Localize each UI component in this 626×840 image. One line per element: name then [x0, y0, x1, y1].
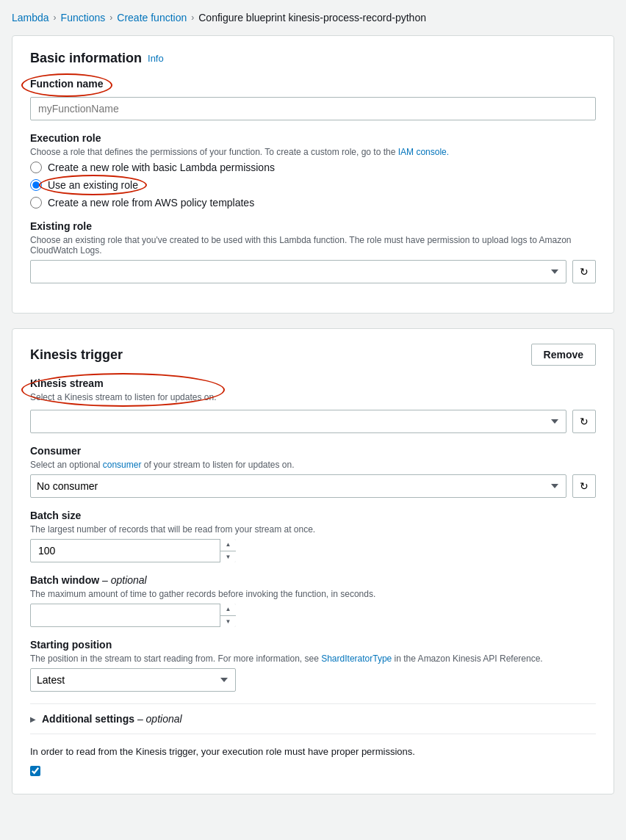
batch-size-group: Batch size The largest number of records…	[30, 510, 596, 562]
permissions-notice: In order to read from the Kinesis trigge…	[30, 746, 596, 757]
batch-window-label: Batch window – optional	[30, 574, 596, 586]
batch-window-input-wrap: ▲ ▼	[30, 604, 236, 627]
consumer-label: Consumer	[30, 445, 596, 457]
batch-window-spinners: ▲ ▼	[220, 604, 236, 627]
breadcrumb-create-function[interactable]: Create function	[117, 12, 187, 23]
permissions-checkbox-row	[30, 764, 596, 776]
batch-size-hint: The largest number of records that will …	[30, 524, 596, 535]
execution-role-hint: Choose a role that defines the permissio…	[30, 147, 596, 157]
consumer-link[interactable]: consumer	[103, 460, 142, 470]
kinesis-stream-oval-content: Kinesis stream Select a Kinesis stream t…	[30, 377, 216, 402]
consumer-refresh-icon: ↻	[580, 480, 589, 492]
function-name-input[interactable]	[30, 97, 596, 120]
consumer-refresh-button[interactable]: ↻	[572, 474, 596, 498]
breadcrumb-lambda[interactable]: Lambda	[12, 12, 49, 23]
function-name-label: Function name	[30, 78, 104, 90]
kinesis-stream-select[interactable]	[30, 410, 566, 433]
execution-role-radio-group: Create a new role with basic Lambda perm…	[30, 162, 596, 209]
starting-position-hint: The position in the stream to start read…	[30, 653, 596, 664]
kinesis-stream-hint: Select a Kinesis stream to listen for up…	[30, 392, 216, 402]
existing-role-hint: Choose an existing role that you've crea…	[30, 235, 596, 256]
starting-position-group: Starting position The position in the st…	[30, 639, 596, 692]
basic-info-title: Basic information Info	[30, 51, 596, 66]
existing-role-row: ↻	[30, 260, 596, 283]
batch-size-input[interactable]	[30, 539, 236, 562]
kinesis-trigger-header: Kinesis trigger Remove	[30, 344, 596, 366]
refresh-icon: ↻	[580, 266, 589, 278]
additional-settings-toggle-icon: ▶	[30, 715, 36, 723]
consumer-select[interactable]: No consumer	[30, 474, 566, 498]
breadcrumb: Lambda › Functions › Create function › C…	[12, 12, 614, 23]
additional-settings-header[interactable]: ▶ Additional settings – optional	[30, 703, 596, 734]
batch-window-up-button[interactable]: ▲	[220, 604, 236, 616]
existing-role-refresh-button[interactable]: ↻	[572, 260, 596, 283]
batch-window-down-button[interactable]: ▼	[220, 616, 236, 628]
shard-iterator-link[interactable]: ShardIteratorType	[321, 653, 392, 664]
breadcrumb-functions[interactable]: Functions	[61, 12, 106, 23]
kinesis-trigger-title: Kinesis trigger	[30, 347, 123, 363]
batch-window-group: Batch window – optional The maximum amou…	[30, 574, 596, 627]
use-existing-role-oval: Use an existing role	[48, 179, 138, 191]
execution-role-group: Execution role Choose a role that define…	[30, 132, 596, 209]
breadcrumb-current: Configure blueprint kinesis-process-reco…	[198, 12, 426, 23]
batch-size-down-button[interactable]: ▼	[220, 551, 236, 563]
additional-settings-title: Additional settings – optional	[42, 713, 182, 725]
radio-new-basic[interactable]: Create a new role with basic Lambda perm…	[30, 162, 596, 173]
batch-size-input-wrap: ▲ ▼	[30, 539, 236, 562]
kinesis-stream-row: ↻	[30, 410, 596, 433]
batch-size-up-button[interactable]: ▲	[220, 539, 236, 551]
kinesis-trigger-card: Kinesis trigger Remove Kinesis stream Se…	[12, 328, 614, 794]
breadcrumb-sep-2: ›	[109, 12, 112, 23]
radio-existing[interactable]: Use an existing role	[30, 179, 596, 191]
radio-existing-input[interactable]	[30, 179, 42, 191]
kinesis-stream-refresh-icon: ↻	[580, 416, 589, 427]
batch-window-input[interactable]	[30, 604, 236, 627]
batch-size-spinners: ▲ ▼	[220, 539, 236, 562]
consumer-group: Consumer Select an optional consumer of …	[30, 445, 596, 498]
breadcrumb-sep-1: ›	[54, 12, 57, 23]
starting-position-label: Starting position	[30, 639, 596, 651]
basic-information-card: Basic information Info Function name Exe…	[12, 35, 614, 314]
kinesis-stream-label: Kinesis stream	[30, 377, 216, 389]
existing-role-select[interactable]	[30, 260, 566, 283]
radio-new-basic-input[interactable]	[30, 162, 42, 173]
batch-size-label: Batch size	[30, 510, 596, 521]
kinesis-stream-refresh-button[interactable]: ↻	[572, 410, 596, 433]
radio-new-policy[interactable]: Create a new role from AWS policy templa…	[30, 197, 596, 209]
breadcrumb-sep-3: ›	[191, 12, 194, 23]
kinesis-stream-group: Kinesis stream Select a Kinesis stream t…	[30, 377, 596, 433]
consumer-hint: Select an optional consumer of your stre…	[30, 460, 596, 470]
radio-new-policy-input[interactable]	[30, 197, 42, 209]
remove-button[interactable]: Remove	[531, 344, 596, 366]
basic-info-link[interactable]: Info	[148, 53, 164, 64]
existing-role-label: Existing role	[30, 220, 596, 232]
execution-role-label: Execution role	[30, 132, 596, 144]
consumer-row: No consumer ↻	[30, 474, 596, 498]
permissions-checkbox[interactable]	[30, 766, 40, 776]
iam-console-link[interactable]: IAM console.	[398, 147, 449, 157]
batch-window-hint: The maximum amount of time to gather rec…	[30, 589, 596, 599]
function-name-group: Function name	[30, 78, 596, 120]
existing-role-group: Existing role Choose an existing role th…	[30, 220, 596, 283]
starting-position-select[interactable]: Latest Trim horizon At timestamp	[30, 668, 236, 692]
